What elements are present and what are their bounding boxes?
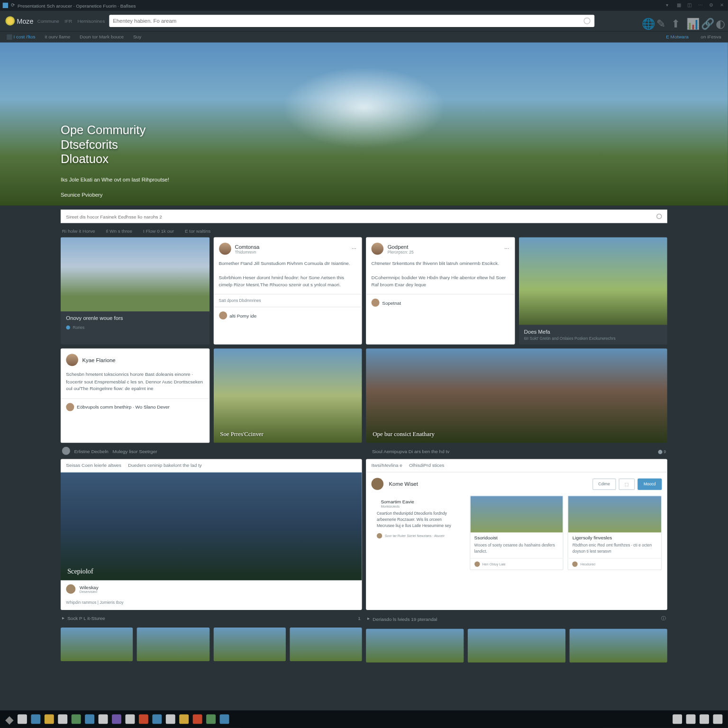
nav-4[interactable]: Suy xyxy=(133,35,141,40)
globe-icon[interactable]: 🌐 xyxy=(642,18,648,24)
nav-1[interactable]: I cost i'ltos xyxy=(13,35,35,39)
more-icon[interactable]: ⋯ xyxy=(352,246,356,251)
theme-icon[interactable]: ◐ xyxy=(716,18,722,24)
edit-icon[interactable]: ✎ xyxy=(656,18,663,24)
filter-icon[interactable]: ▾ xyxy=(666,3,671,8)
task-item[interactable] xyxy=(18,714,27,724)
thumb[interactable] xyxy=(61,628,133,661)
task-item[interactable] xyxy=(206,714,216,724)
avatar[interactable] xyxy=(372,243,384,255)
filter-bar[interactable] xyxy=(61,209,667,223)
avatar[interactable] xyxy=(372,478,384,490)
upload-icon[interactable]: ⬆ xyxy=(671,18,678,24)
avatar[interactable] xyxy=(66,403,74,411)
more-icon[interactable]: ⋯ xyxy=(504,246,509,251)
task-item[interactable] xyxy=(220,714,229,724)
mini-card-2[interactable]: Ligersoily finvesles Rbdthon enic Red om… xyxy=(568,495,662,570)
settings-icon[interactable]: ⚙ xyxy=(709,3,714,8)
filter-input[interactable] xyxy=(66,214,656,219)
expand-icon[interactable]: ▸ xyxy=(367,616,370,621)
thumb[interactable] xyxy=(137,628,209,661)
mini-footer: Heodored xyxy=(581,562,595,566)
avatar xyxy=(377,533,382,538)
card-thumb xyxy=(519,237,667,325)
panel-tab-r2[interactable]: OlhisdiPrd stices xyxy=(409,463,444,468)
task-item[interactable] xyxy=(31,714,40,724)
post-author: Kyae Flarione xyxy=(82,357,115,363)
layout-icon[interactable]: ◫ xyxy=(687,3,692,8)
task-item[interactable] xyxy=(152,714,162,724)
card-wide-1[interactable]: Ope bur consict Enathary xyxy=(366,348,667,443)
search-icon[interactable] xyxy=(583,18,590,24)
task-item[interactable] xyxy=(85,714,94,724)
avatar[interactable] xyxy=(218,243,231,255)
section-header-l: Erlistne Decbeln Mulegy lisor Seetrger xyxy=(61,443,357,459)
crumb-1[interactable]: Commune xyxy=(37,18,59,23)
panel-tab-1[interactable]: Seisas Coen leierle altwes xyxy=(66,463,121,468)
tab-1[interactable]: Ri holw it Horve xyxy=(62,228,95,233)
action-button-1[interactable]: Cdime xyxy=(592,478,616,490)
card-post-2[interactable]: GodpentPlerorpscn: 25⋯ Chtmeter Srkentto… xyxy=(366,237,515,345)
nav-2[interactable]: it ourv llame xyxy=(45,35,71,40)
task-item[interactable] xyxy=(193,714,202,724)
expand-icon[interactable]: ▸ xyxy=(62,616,65,621)
thumb[interactable] xyxy=(570,629,667,663)
thumb[interactable] xyxy=(213,628,286,661)
panel-image[interactable]: Scepiolof xyxy=(61,473,362,581)
tab-3[interactable]: I Flow 0 1k our xyxy=(143,228,174,233)
task-item[interactable] xyxy=(72,714,81,724)
panel-tab-2[interactable]: Dueders ceninip bakelont the lad ty xyxy=(128,463,202,468)
avatar[interactable] xyxy=(62,447,70,455)
task-item[interactable] xyxy=(125,714,135,724)
task-item[interactable] xyxy=(166,714,175,724)
grid-icon[interactable]: ▦ xyxy=(677,3,682,8)
task-item[interactable] xyxy=(99,714,108,724)
nav-r2[interactable]: on iFesva xyxy=(701,35,721,40)
tray-item[interactable] xyxy=(713,714,722,724)
task-item[interactable] xyxy=(112,714,121,724)
card-image-2[interactable]: Does Mefa 6II Sokt' Gretin and Onlaies P… xyxy=(519,237,667,345)
nav-3[interactable]: Doun tor Mark bouce xyxy=(80,35,124,40)
site-logo[interactable]: Moze xyxy=(5,16,33,26)
card-post-1[interactable]: ComtonsaThidomrevn⋯ Bomether Ftand Jill … xyxy=(213,237,362,345)
strip-header-r: ▸Deriasdo ls lvieds 19 pterandalⓘ xyxy=(366,611,667,626)
commenter-avatar[interactable] xyxy=(218,311,227,319)
tray-item[interactable] xyxy=(673,714,682,724)
start-icon[interactable]: ◆ xyxy=(5,713,13,726)
filter-search-icon[interactable] xyxy=(656,214,662,219)
nav-r1[interactable]: E Motwara xyxy=(666,35,689,40)
mini-post[interactable]: Somartim EavieMonksioleds Ceartion thedu… xyxy=(372,495,466,570)
task-item[interactable] xyxy=(45,714,54,724)
thumb[interactable] xyxy=(366,629,464,663)
close-icon[interactable]: ✕ xyxy=(720,3,725,8)
avatar[interactable] xyxy=(66,354,78,366)
link-icon[interactable]: 🔗 xyxy=(701,18,708,24)
mini-card-1[interactable]: Ssoridooist Wooes of soety cesaree du ha… xyxy=(470,495,564,570)
thumb[interactable] xyxy=(468,629,565,663)
card-post-3[interactable]: Kyae Flarione Schesbn hmetent tokscionri… xyxy=(61,348,209,443)
tab-2[interactable]: Il Wn s three xyxy=(106,228,132,233)
task-item[interactable] xyxy=(179,714,189,724)
crumb-2[interactable]: IFR xyxy=(64,18,72,23)
tray-item[interactable] xyxy=(700,714,709,724)
tray-item[interactable] xyxy=(686,714,696,724)
card-image-3[interactable]: Soe Prres'Ccinver xyxy=(213,348,362,443)
panel-link[interactable]: Whipdin rammos | Jomieris Iboy xyxy=(61,598,362,610)
chart-icon[interactable]: 📊 xyxy=(686,18,693,24)
task-item[interactable] xyxy=(139,714,148,724)
info-icon[interactable]: ⓘ xyxy=(661,616,666,622)
search-input[interactable] xyxy=(113,18,583,24)
tab-4[interactable]: E tor waltins xyxy=(185,228,210,233)
action-button-2[interactable]: ⬚ xyxy=(619,478,635,490)
panel-tab-r1[interactable]: Itwsi/Mevlina e xyxy=(372,463,402,468)
commenter-avatar[interactable] xyxy=(372,299,380,307)
action-button-primary[interactable]: Moocd xyxy=(637,478,662,490)
task-item[interactable] xyxy=(58,714,67,724)
thumb[interactable] xyxy=(290,628,362,661)
card-image-1[interactable]: Onovy orenle woue fors Rories xyxy=(61,237,209,345)
more-icon[interactable]: ⋯ xyxy=(698,3,703,8)
crumb-3[interactable]: Hemisonines xyxy=(78,18,105,23)
search-bar[interactable] xyxy=(109,15,594,27)
avatar[interactable] xyxy=(66,584,75,594)
reload-icon[interactable]: ⟳ xyxy=(11,3,15,8)
